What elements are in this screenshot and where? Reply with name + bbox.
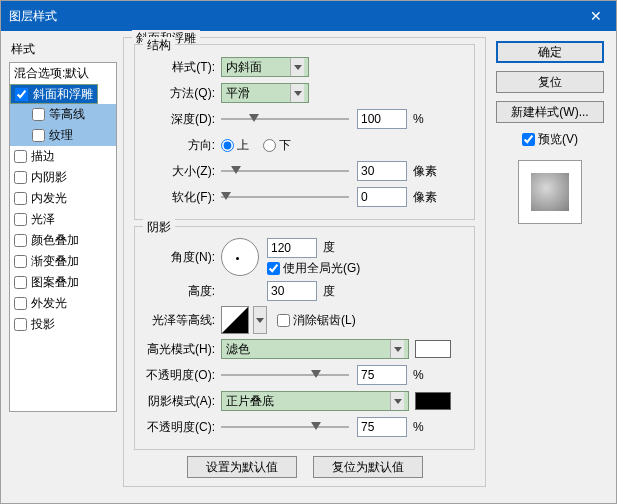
soften-unit: 像素 (413, 189, 437, 206)
style-item-label: 外发光 (31, 295, 67, 312)
antialias-checkbox[interactable]: 消除锯齿(L) (277, 312, 356, 329)
direction-label: 方向: (145, 137, 221, 154)
chevron-down-icon (390, 392, 404, 410)
style-item-label: 斜面和浮雕 (33, 86, 93, 103)
style-item-0[interactable]: 斜面和浮雕 (10, 84, 98, 104)
technique-select[interactable]: 平滑 (221, 83, 309, 103)
style-checkbox[interactable] (32, 129, 45, 142)
style-item-label: 内阴影 (31, 169, 67, 186)
angle-label: 角度(N): (145, 249, 221, 266)
highlight-color-swatch[interactable] (415, 340, 451, 358)
depth-label: 深度(D): (145, 111, 221, 128)
settings-panel: 斜面和浮雕 结构 样式(T): 内斜面 方法(Q): 平滑 深度(D): 100… (123, 37, 486, 495)
highlight-opacity-slider[interactable] (221, 368, 349, 382)
gloss-contour[interactable] (221, 306, 249, 334)
bevel-group: 斜面和浮雕 结构 样式(T): 内斜面 方法(Q): 平滑 深度(D): 100… (123, 37, 486, 487)
shadow-mode-select[interactable]: 正片叠底 (221, 391, 409, 411)
highlight-opacity-input[interactable]: 75 (357, 365, 407, 385)
styles-panel: 样式 混合选项:默认 斜面和浮雕等高线纹理描边内阴影内发光光泽颜色叠加渐变叠加图… (9, 37, 117, 495)
style-item-9[interactable]: 图案叠加 (10, 272, 116, 293)
shadow-opacity-unit: % (413, 420, 424, 434)
size-input[interactable]: 30 (357, 161, 407, 181)
style-item-4[interactable]: 内阴影 (10, 167, 116, 188)
style-checkbox[interactable] (14, 171, 27, 184)
soften-slider[interactable] (221, 190, 349, 204)
highlight-opacity-unit: % (413, 368, 424, 382)
styles-header: 样式 (9, 37, 117, 62)
shadow-opacity-label: 不透明度(C): (145, 419, 221, 436)
style-item-2[interactable]: 纹理 (10, 125, 116, 146)
highlight-mode-label: 高光模式(H): (145, 341, 221, 358)
chevron-down-icon (290, 84, 304, 102)
preview-swatch (518, 160, 582, 224)
titlebar[interactable]: 图层样式 ✕ (1, 1, 616, 31)
chevron-down-icon (290, 58, 304, 76)
action-panel: 确定 复位 新建样式(W)... 预览(V) (492, 37, 608, 495)
style-checkbox[interactable] (14, 150, 27, 163)
depth-slider[interactable] (221, 112, 349, 126)
ok-button[interactable]: 确定 (496, 41, 604, 63)
technique-label: 方法(Q): (145, 85, 221, 102)
highlight-opacity-label: 不透明度(O): (145, 367, 221, 384)
soften-input[interactable]: 0 (357, 187, 407, 207)
style-checkbox[interactable] (14, 192, 27, 205)
style-item-label: 渐变叠加 (31, 253, 79, 270)
style-item-3[interactable]: 描边 (10, 146, 116, 167)
shading-group: 阴影 角度(N): 120度 使用全局光(G) 高度: 30 度 光泽等高线: (134, 226, 475, 450)
style-item-label: 描边 (31, 148, 55, 165)
gloss-label: 光泽等高线: (145, 312, 221, 329)
size-label: 大小(Z): (145, 163, 221, 180)
style-item-label: 内发光 (31, 190, 67, 207)
close-icon: ✕ (590, 8, 602, 24)
style-checkbox[interactable] (15, 88, 28, 101)
highlight-mode-select[interactable]: 滤色 (221, 339, 409, 359)
style-checkbox[interactable] (14, 297, 27, 310)
structure-group: 结构 样式(T): 内斜面 方法(Q): 平滑 深度(D): 100 % 方向:… (134, 44, 475, 220)
style-item-8[interactable]: 渐变叠加 (10, 251, 116, 272)
style-item-5[interactable]: 内发光 (10, 188, 116, 209)
style-checkbox[interactable] (14, 213, 27, 226)
style-checkbox[interactable] (14, 255, 27, 268)
style-item-11[interactable]: 投影 (10, 314, 116, 335)
new-style-button[interactable]: 新建样式(W)... (496, 101, 604, 123)
style-item-label: 投影 (31, 316, 55, 333)
depth-input[interactable]: 100 (357, 109, 407, 129)
style-item-label: 纹理 (49, 127, 73, 144)
depth-unit: % (413, 112, 424, 126)
angle-control[interactable] (221, 238, 259, 276)
altitude-unit: 度 (323, 283, 335, 300)
blend-options[interactable]: 混合选项:默认 (10, 63, 116, 84)
direction-down-radio[interactable]: 下 (263, 137, 291, 154)
close-button[interactable]: ✕ (576, 1, 616, 31)
altitude-input[interactable]: 30 (267, 281, 317, 301)
style-item-6[interactable]: 光泽 (10, 209, 116, 230)
style-checkbox[interactable] (14, 234, 27, 247)
style-item-1[interactable]: 等高线 (10, 104, 116, 125)
style-item-10[interactable]: 外发光 (10, 293, 116, 314)
shadow-color-swatch[interactable] (415, 392, 451, 410)
style-checkbox[interactable] (14, 318, 27, 331)
style-item-label: 图案叠加 (31, 274, 79, 291)
style-item-label: 颜色叠加 (31, 232, 79, 249)
reset-default-button[interactable]: 复位为默认值 (313, 456, 423, 478)
altitude-label: 高度: (145, 283, 221, 300)
chevron-down-icon (390, 340, 404, 358)
style-select[interactable]: 内斜面 (221, 57, 309, 77)
global-light-checkbox[interactable]: 使用全局光(G) (267, 260, 360, 277)
angle-input[interactable]: 120 (267, 238, 317, 258)
size-unit: 像素 (413, 163, 437, 180)
cancel-button[interactable]: 复位 (496, 71, 604, 93)
shadow-opacity-slider[interactable] (221, 420, 349, 434)
window-title: 图层样式 (9, 8, 57, 25)
style-checkbox[interactable] (14, 276, 27, 289)
chevron-down-icon[interactable] (253, 306, 267, 334)
style-item-7[interactable]: 颜色叠加 (10, 230, 116, 251)
preview-checkbox[interactable]: 预览(V) (522, 131, 578, 148)
shadow-opacity-input[interactable]: 75 (357, 417, 407, 437)
styles-list: 混合选项:默认 斜面和浮雕等高线纹理描边内阴影内发光光泽颜色叠加渐变叠加图案叠加… (9, 62, 117, 412)
size-slider[interactable] (221, 164, 349, 178)
make-default-button[interactable]: 设置为默认值 (187, 456, 297, 478)
angle-unit: 度 (323, 239, 335, 256)
direction-up-radio[interactable]: 上 (221, 137, 249, 154)
style-checkbox[interactable] (32, 108, 45, 121)
